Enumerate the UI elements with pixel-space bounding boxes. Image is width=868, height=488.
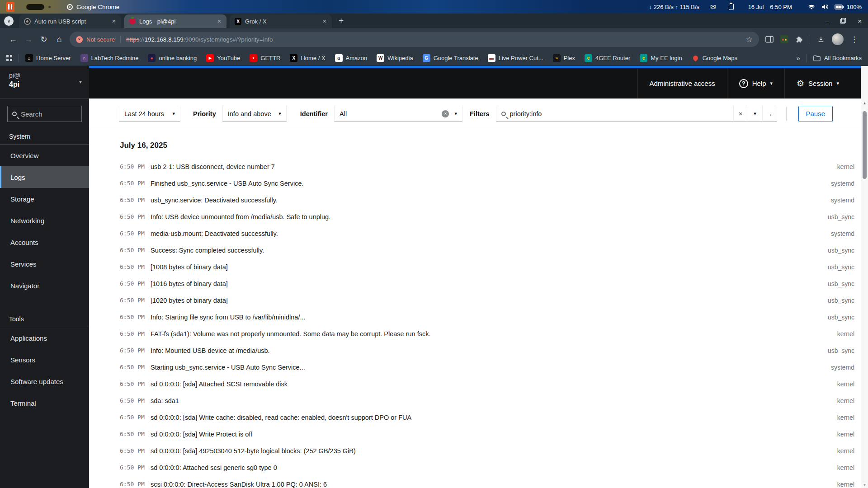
- volume-icon[interactable]: [821, 4, 829, 10]
- log-row[interactable]: 6:50 PMsd 0:0:0:0: Attached scsi generic…: [120, 459, 854, 476]
- sidebar-item-navigator[interactable]: Navigator: [0, 275, 89, 296]
- extension-icon[interactable]: [780, 35, 788, 43]
- admin-access-button[interactable]: Administrative access: [638, 68, 727, 99]
- window-minimize-button[interactable]: –: [825, 17, 829, 25]
- apply-filters-button[interactable]: →: [762, 106, 777, 122]
- log-row[interactable]: 6:50 PMmedia-usb.mount: Deactivated succ…: [120, 225, 854, 242]
- tab-close-icon[interactable]: ×: [216, 18, 223, 25]
- log-row[interactable]: 6:50 PMsd 0:0:0:0: [sda] 492503040 512-b…: [120, 442, 854, 459]
- bookmark-gettr[interactable]: •GETTR: [250, 54, 280, 62]
- tray-date[interactable]: 16 Jul: [748, 4, 764, 10]
- bookmark-home-server[interactable]: ⌂Home Server: [25, 54, 71, 62]
- back-button[interactable]: ←: [5, 32, 21, 47]
- apps-grid-icon[interactable]: [6, 55, 12, 61]
- time-range-select[interactable]: Last 24 hours ▾: [119, 106, 180, 122]
- log-row[interactable]: 6:50 PM[1008 bytes of binary data]usb_sy…: [120, 258, 854, 275]
- log-row[interactable]: 6:50 PMFAT-fs (sda1): Volume was not pro…: [120, 325, 854, 342]
- vertical-scrollbar[interactable]: ▲ ▼: [861, 66, 868, 488]
- sidebar-item-software-updates[interactable]: Software updates: [0, 371, 89, 392]
- clipboard-icon[interactable]: [729, 4, 734, 10]
- tab-search-button[interactable]: ∨: [4, 16, 14, 26]
- bookmark-online-banking[interactable]: ●online banking: [148, 54, 197, 62]
- tab-logs-pi-4pi[interactable]: Logs - pi@4pi ×: [124, 14, 226, 28]
- log-row[interactable]: 6:50 PMInfo: USB device unmounted from /…: [120, 208, 854, 225]
- profile-avatar[interactable]: [832, 33, 844, 45]
- downloads-icon[interactable]: [817, 35, 825, 43]
- workspace-pill[interactable]: [26, 4, 44, 10]
- host-switcher[interactable]: pi@ 4pi ▾: [0, 66, 89, 99]
- extensions-puzzle-icon[interactable]: [795, 36, 803, 43]
- tab-grok-x[interactable]: X Grok / X ×: [230, 14, 332, 28]
- window-close-button[interactable]: ×: [858, 17, 862, 25]
- battery-icon[interactable]: [835, 4, 844, 10]
- help-menu[interactable]: ? Help ▾: [727, 68, 784, 99]
- log-row[interactable]: 6:50 PMStarting usb_sync.service - USB A…: [120, 359, 854, 375]
- bookmarks-overflow-chevron[interactable]: »: [797, 54, 800, 62]
- log-row[interactable]: 6:50 PM[1020 bytes of binary data]usb_sy…: [120, 292, 854, 309]
- log-row[interactable]: 6:50 PMsda: sda1kernel: [120, 392, 854, 409]
- bookmark-home-x[interactable]: XHome / X: [290, 54, 325, 62]
- bookmark-google-translate[interactable]: GGoogle Translate: [423, 54, 478, 62]
- log-row[interactable]: 6:50 PMusb_sync.service: Deactivated suc…: [120, 192, 854, 208]
- session-menu[interactable]: ⚙ Session ▾: [785, 68, 851, 99]
- log-row[interactable]: 6:50 PMInfo: Mounted USB device at /medi…: [120, 342, 854, 359]
- log-row[interactable]: 6:50 PMsd 0:0:0:0: [sda] Write cache: di…: [120, 409, 854, 426]
- filters-dropdown-button[interactable]: ▾: [748, 106, 763, 122]
- home-button[interactable]: ⌂: [52, 32, 67, 47]
- all-bookmarks-button[interactable]: All Bookmarks: [824, 55, 862, 61]
- bookmark-4gee-router[interactable]: e4GEE Router: [585, 54, 630, 62]
- mail-icon[interactable]: ✉: [710, 3, 716, 11]
- bookmark-labtech-redmine[interactable]: ∩LabTech Redmine: [80, 54, 139, 62]
- security-label[interactable]: Not secure: [86, 36, 115, 43]
- scroll-down-arrow[interactable]: ▼: [861, 483, 868, 487]
- sidebar-item-logs[interactable]: Logs: [0, 166, 89, 188]
- tab-auto-run-usb-script[interactable]: Auto run USB script ×: [19, 14, 121, 28]
- sidebar-item-sensors[interactable]: Sensors: [0, 349, 89, 371]
- sidebar-item-services[interactable]: Services: [0, 253, 89, 275]
- log-row[interactable]: 6:50 PMusb 2-1: USB disconnect, device n…: [120, 158, 854, 175]
- sidebar-item-terminal[interactable]: Terminal: [0, 392, 89, 414]
- log-row[interactable]: 6:50 PMInfo: Starting file sync from USB…: [120, 309, 854, 325]
- forward-button[interactable]: →: [21, 32, 36, 47]
- tray-clock[interactable]: 6:50 PM: [770, 4, 792, 10]
- sidebar-item-accounts[interactable]: Accounts: [0, 231, 89, 253]
- reload-button[interactable]: ↻: [36, 32, 52, 47]
- filters-input[interactable]: [510, 110, 728, 117]
- sidebar-item-storage[interactable]: Storage: [0, 188, 89, 210]
- log-row[interactable]: 6:50 PM[1016 bytes of binary data]usb_sy…: [120, 275, 854, 292]
- url-text[interactable]: https://192.168.8.159:9090/system/logs#/…: [126, 36, 273, 43]
- identifier-select[interactable]: All × ▾: [334, 106, 462, 122]
- log-row[interactable]: 6:50 PMsd 0:0:0:0: [sda] Attached SCSI r…: [120, 375, 854, 392]
- sidebar-search[interactable]: [7, 106, 82, 122]
- filters-search-box[interactable]: [496, 106, 734, 122]
- bookmark-live-power-cut[interactable]: ▬Live Power Cut...: [488, 54, 543, 62]
- clear-filters-button[interactable]: ×: [733, 106, 748, 122]
- bookmark-google-maps[interactable]: Google Maps: [692, 54, 737, 62]
- wifi-icon[interactable]: [807, 4, 816, 10]
- bookmark-star-icon[interactable]: ☆: [741, 35, 753, 44]
- bookmark-plex[interactable]: »Plex: [553, 54, 575, 62]
- log-row[interactable]: 6:50 PMFinished usb_sync.service - USB A…: [120, 175, 854, 192]
- scroll-up-arrow[interactable]: ▲: [861, 101, 868, 105]
- address-bar[interactable]: × Not secure https://192.168.8.159:9090/…: [70, 32, 759, 47]
- sidebar-item-overview[interactable]: Overview: [0, 145, 89, 166]
- log-row[interactable]: 6:50 PMSuccess: Sync completed successfu…: [120, 242, 854, 258]
- browser-menu-icon[interactable]: ⋮: [850, 35, 858, 44]
- bookmark-youtube[interactable]: ▶YouTube: [206, 54, 240, 62]
- sidebar-item-networking[interactable]: Networking: [0, 210, 89, 231]
- bookmark-my-ee-login[interactable]: eMy EE login: [640, 54, 682, 62]
- window-restore-button[interactable]: [840, 18, 846, 23]
- tab-close-icon[interactable]: ×: [321, 18, 328, 25]
- log-row[interactable]: 6:50 PMscsi 0:0:0:0: Direct-Access SanDi…: [120, 476, 854, 488]
- bookmark-amazon[interactable]: aAmazon: [335, 54, 368, 62]
- sidebar-item-applications[interactable]: Applications: [0, 327, 89, 349]
- scrollbar-thumb[interactable]: [863, 111, 867, 179]
- launcher-icon[interactable]: [6, 2, 14, 12]
- clear-identifier-icon[interactable]: ×: [442, 110, 449, 117]
- tab-close-icon[interactable]: ×: [110, 18, 118, 25]
- side-panel-icon[interactable]: [765, 36, 774, 43]
- search-input[interactable]: [21, 110, 77, 118]
- log-row[interactable]: 6:50 PMsd 0:0:0:0: [sda] Write Protect i…: [120, 426, 854, 442]
- pause-button[interactable]: Pause: [798, 106, 833, 122]
- new-tab-button[interactable]: +: [339, 16, 344, 26]
